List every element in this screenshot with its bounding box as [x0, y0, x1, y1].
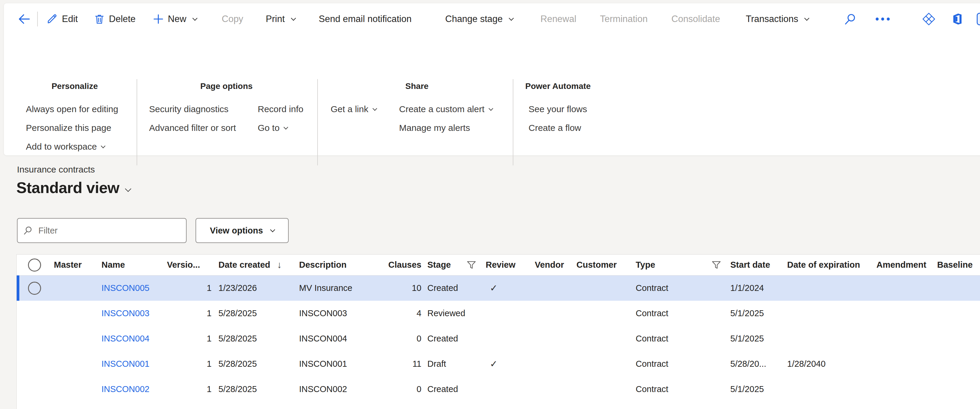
filter-input[interactable] — [17, 218, 186, 243]
delete-label: Delete — [109, 14, 136, 24]
column-header-review[interactable]: Review — [486, 255, 527, 275]
app-background: Edit Delete New Copy Print — [0, 0, 980, 409]
cell-version: 1 — [167, 326, 212, 351]
chevron-down-icon — [509, 16, 514, 21]
column-header-version[interactable]: Versio... — [167, 255, 212, 275]
termination-button[interactable]: Termination — [600, 3, 648, 35]
column-header-stage[interactable]: Stage — [427, 255, 468, 275]
menu-item-record-info[interactable]: Record info — [258, 102, 303, 116]
review-checkmark-icon — [486, 377, 527, 402]
review-checkmark-icon: ✓ — [486, 276, 527, 301]
radio-circle-icon — [28, 258, 41, 271]
office-apps-button[interactable] — [950, 3, 964, 35]
edit-label: Edit — [62, 14, 78, 24]
menu-item-see-your-flows[interactable]: See your flows — [528, 102, 587, 116]
environment-button[interactable] — [922, 3, 935, 35]
table-row[interactable]: INSCON004 1 5/28/2025 INSCON004 0 Create… — [17, 326, 980, 351]
menu-item-create-a-custom-alert[interactable]: Create a custom alert — [399, 102, 493, 116]
table-row[interactable]: INSCON003 1 5/28/2025 INSCON003 4 Review… — [17, 301, 980, 326]
column-header-date-created[interactable]: Date created — [218, 255, 274, 275]
cell-stage: Created — [427, 276, 468, 301]
column-header-vendor[interactable]: Vendor — [535, 255, 573, 275]
search-button[interactable] — [844, 3, 856, 35]
column-header-start-date[interactable]: Start date — [730, 255, 784, 275]
column-header-date-of-expiration[interactable]: Date of expiration — [787, 255, 873, 275]
chevron-down-icon — [192, 16, 197, 21]
select-all-checkbox[interactable] — [25, 255, 44, 275]
menu-section-page-options: Page options — [149, 81, 304, 91]
menu-item-label: See your flows — [528, 104, 587, 114]
cell-date-created: 5/28/2025 — [218, 326, 274, 351]
table-row[interactable]: INSCON001 1 5/28/2025 INSCON001 11 Draft… — [17, 351, 980, 377]
column-header-customer[interactable]: Customer — [576, 255, 635, 275]
review-checkmark-icon — [486, 301, 527, 326]
sort-descending-icon: ↓ — [277, 255, 282, 275]
menu-item-go-to[interactable]: Go to — [258, 121, 288, 135]
record-link[interactable]: INSCON004 — [102, 334, 150, 344]
clipped-right-icon[interactable] — [977, 13, 980, 25]
cell-type: Contract — [636, 326, 706, 351]
record-link[interactable]: INSCON002 — [102, 384, 150, 394]
menu-item-get-a-link[interactable]: Get a link — [331, 102, 377, 116]
record-link[interactable]: INSCON003 — [102, 308, 150, 318]
print-label: Print — [266, 14, 285, 24]
menu-item-always-open-for-editing[interactable]: Always open for editing — [26, 102, 118, 116]
cell-clauses: 11 — [365, 351, 422, 377]
delete-button[interactable]: Delete — [94, 3, 136, 35]
diamond-lattice-icon — [922, 13, 935, 25]
menu-item-personalize-this-page[interactable]: Personalize this page — [26, 121, 111, 135]
cell-clauses: 10 — [365, 276, 422, 301]
cell-date-of-expiration: 1/28/2040 — [787, 351, 873, 377]
menu-item-advanced-filter-or-sort[interactable]: Advanced filter or sort — [149, 121, 236, 135]
column-header-clauses[interactable]: Clauses — [365, 255, 422, 275]
consolidate-button[interactable]: Consolidate — [671, 3, 720, 35]
column-header-name[interactable]: Name — [102, 255, 165, 275]
copy-button[interactable]: Copy — [222, 3, 243, 35]
cell-type: Contract — [636, 276, 706, 301]
view-options-button[interactable]: View options — [196, 218, 289, 243]
column-header-master[interactable]: Master — [54, 255, 97, 275]
filter-funnel-icon[interactable] — [467, 255, 476, 275]
column-header-baseline[interactable]: Baseline — [937, 255, 980, 275]
termination-label: Termination — [600, 14, 648, 24]
table-row[interactable]: INSCON005 1 1/23/2026 MV Insurance 10 Cr… — [17, 276, 980, 301]
record-link[interactable]: INSCON005 — [102, 283, 150, 293]
chevron-down-icon — [291, 16, 296, 21]
view-selector[interactable]: Standard view — [16, 179, 130, 197]
menu-item-manage-my-alerts[interactable]: Manage my alerts — [399, 121, 470, 135]
back-button[interactable] — [18, 3, 31, 35]
print-button[interactable]: Print — [266, 3, 295, 35]
filter-funnel-icon[interactable] — [711, 255, 721, 275]
transactions-label: Transactions — [746, 14, 798, 24]
send-email-notification-button[interactable]: Send email notification — [319, 3, 412, 35]
cell-date-of-expiration — [787, 326, 873, 351]
menu-item-add-to-workspace[interactable]: Add to workspace — [26, 140, 105, 154]
transactions-button[interactable]: Transactions — [746, 3, 808, 35]
row-checkbox[interactable] — [25, 276, 44, 301]
change-stage-button[interactable]: Change stage — [445, 3, 513, 35]
menu-item-label: Create a custom alert — [399, 104, 485, 114]
chevron-down-icon — [283, 125, 288, 129]
cell-clauses: 0 — [365, 326, 422, 351]
table-row[interactable]: INSCON002 1 5/28/2025 INSCON002 0 Create… — [17, 377, 980, 402]
more-commands-button[interactable]: ••• — [875, 3, 892, 35]
overflow-menu: Personalize Always open for editing Pers… — [4, 35, 980, 155]
cell-start-date: 5/1/2025 — [730, 326, 784, 351]
office-icon — [950, 12, 964, 26]
menu-item-create-a-flow[interactable]: Create a flow — [528, 121, 581, 135]
new-label: New — [168, 14, 186, 24]
menu-item-label: Always open for editing — [26, 104, 118, 114]
menu-item-security-diagnostics[interactable]: Security diagnostics — [149, 102, 229, 116]
column-header-type[interactable]: Type — [636, 255, 706, 275]
edit-button[interactable]: Edit — [46, 3, 78, 35]
chevron-down-icon — [125, 185, 131, 192]
selected-row-indicator — [17, 276, 19, 301]
new-button[interactable]: New — [153, 3, 197, 35]
change-stage-label: Change stage — [445, 14, 503, 24]
column-header-amendment[interactable]: Amendment — [877, 255, 934, 275]
chevron-down-icon — [488, 106, 493, 111]
renewal-button[interactable]: Renewal — [541, 3, 576, 35]
command-bar-panel: Edit Delete New Copy Print — [3, 3, 980, 155]
cell-clauses: 4 — [365, 301, 422, 326]
record-link[interactable]: INSCON001 — [102, 359, 150, 369]
